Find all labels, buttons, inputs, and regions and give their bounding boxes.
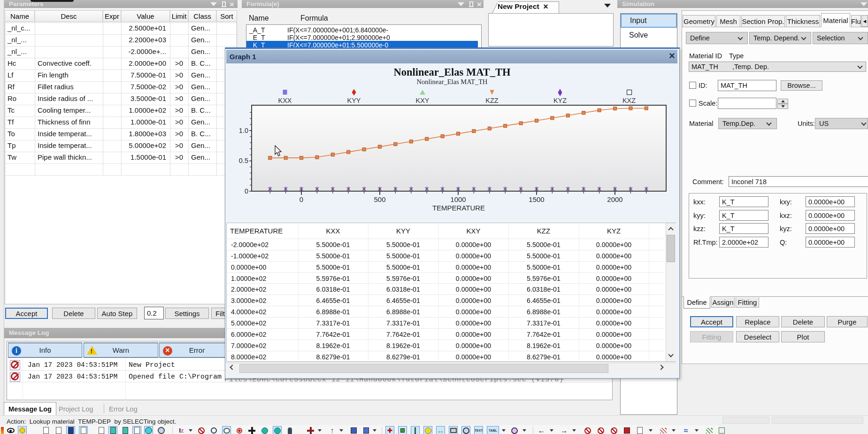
svg-text:0.5: 0.5 xyxy=(239,157,248,164)
svg-text:1000: 1000 xyxy=(450,195,466,203)
svg-text:500: 500 xyxy=(374,195,385,203)
svg-text:2000: 2000 xyxy=(607,195,622,203)
svg-text:KXX: KXX xyxy=(278,97,292,104)
svg-text:Nonlinear_Elas MAT_TH: Nonlinear_Elas MAT_TH xyxy=(394,66,511,78)
svg-text:Nonlinear_Elas MAT_TH: Nonlinear_Elas MAT_TH xyxy=(416,78,488,85)
svg-text:0: 0 xyxy=(245,187,248,195)
svg-text:TEMPERATURE: TEMPERATURE xyxy=(432,204,485,212)
svg-text:KYZ: KYZ xyxy=(553,97,567,104)
svg-text:1.0: 1.0 xyxy=(239,127,248,134)
svg-text:KXY: KXY xyxy=(415,97,429,104)
svg-text:KZZ: KZZ xyxy=(485,97,499,104)
svg-text:KXZ: KXZ xyxy=(622,97,636,104)
svg-text:1500: 1500 xyxy=(529,195,544,203)
svg-text:KYY: KYY xyxy=(347,97,361,104)
svg-text:0: 0 xyxy=(300,195,303,203)
